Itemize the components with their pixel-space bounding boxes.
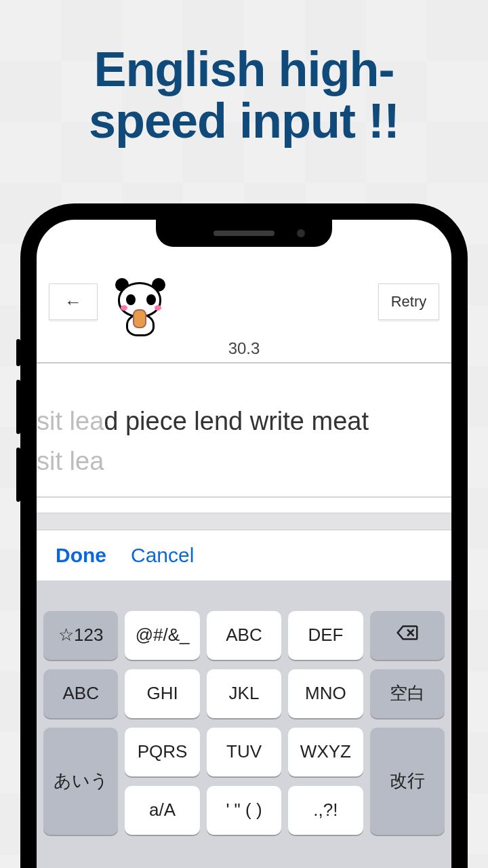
phone-frame: ← Retry 30.3 sit lead piece lend write m… [20, 203, 468, 868]
key-symbols[interactable]: @#/&_ [125, 611, 199, 660]
phone-notch [156, 220, 332, 247]
panda-icon [114, 279, 168, 340]
key-abc[interactable]: ABC [207, 611, 281, 660]
key-tuv[interactable]: TUV [207, 728, 281, 776]
typed-text[interactable]: sit lea [37, 441, 451, 481]
phone-side-button [16, 380, 20, 434]
key-mode-kana[interactable]: あいう [43, 728, 118, 835]
retry-button[interactable]: Retry [378, 283, 439, 320]
key-jkl[interactable]: JKL [207, 669, 281, 718]
back-button[interactable]: ← [49, 283, 98, 320]
spacer-bar [37, 513, 451, 530]
key-punct[interactable]: .,?! [288, 786, 363, 835]
speaker-icon [214, 231, 274, 236]
score-value: 30.3 [228, 339, 260, 358]
phone-side-button [16, 339, 20, 366]
keyboard-row-group: あいう PQRS TUV WXYZ a/A ' " ( ) .,?! 改行 [43, 728, 445, 835]
done-button[interactable]: Done [56, 544, 106, 567]
keyboard-row: ☆123 @#/&_ ABC DEF [43, 611, 445, 660]
target-completed: sit lea [37, 407, 104, 435]
key-return[interactable]: 改行 [370, 728, 445, 835]
typing-area: sit lead piece lend write meat sit lea [37, 363, 451, 513]
key-wxyz[interactable]: WXYZ [288, 728, 363, 776]
key-mno[interactable]: MNO [288, 669, 363, 718]
key-space[interactable]: 空白 [370, 669, 445, 718]
camera-icon [297, 229, 305, 237]
keyboard: ☆123 @#/&_ ABC DEF ABC GHI JKL MNO [37, 581, 451, 868]
keyboard-action-bar: Done Cancel [37, 530, 451, 581]
backspace-icon [394, 620, 420, 650]
keyboard-row: a/A ' " ( ) .,?! [125, 786, 363, 835]
phone-side-button [16, 448, 20, 502]
key-ghi[interactable]: GHI [125, 669, 199, 718]
key-case-toggle[interactable]: a/A [125, 786, 199, 835]
keyboard-row: PQRS TUV WXYZ [125, 728, 363, 776]
phone-screen: ← Retry 30.3 sit lead piece lend write m… [37, 220, 451, 868]
divider [37, 496, 451, 498]
cancel-button[interactable]: Cancel [131, 544, 194, 567]
key-delete[interactable] [370, 611, 445, 660]
keyboard-row: ABC GHI JKL MNO 空白 [43, 669, 445, 718]
promo-headline: English high-speed input !! [0, 0, 488, 146]
key-mode-abc[interactable]: ABC [43, 669, 118, 718]
target-text: sit lead piece lend write meat [37, 401, 451, 441]
key-pqrs[interactable]: PQRS [125, 728, 199, 776]
key-mode-num[interactable]: ☆123 [43, 611, 118, 660]
app-top-bar: ← Retry 30.3 [37, 283, 451, 358]
key-quotes[interactable]: ' " ( ) [207, 786, 281, 835]
key-def[interactable]: DEF [288, 611, 363, 660]
target-remaining: d piece lend write meat [104, 407, 369, 435]
